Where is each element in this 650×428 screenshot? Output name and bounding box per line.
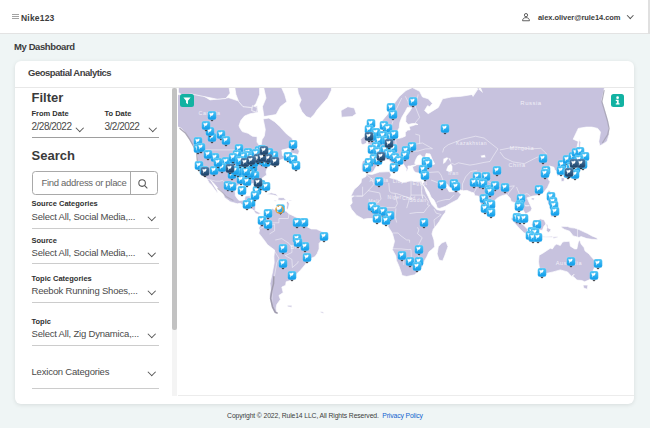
svg-text:Libya: Libya [393, 178, 407, 184]
svg-text:Kazakhstan: Kazakhstan [456, 140, 487, 146]
svg-text:China: China [508, 162, 526, 168]
svg-text:Mongolia: Mongolia [510, 145, 534, 151]
svg-text:Iran: Iran [448, 170, 459, 176]
svg-text:Chad: Chad [402, 196, 415, 201]
svg-text:Russia: Russia [520, 100, 542, 106]
svg-text:Niger: Niger [388, 195, 402, 200]
